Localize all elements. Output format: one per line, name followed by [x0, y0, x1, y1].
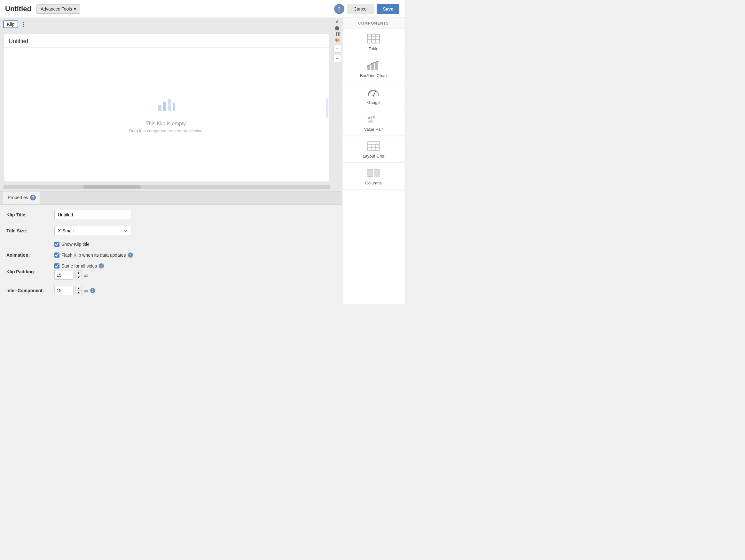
zoom-sidebar: A ⬤ ▐▐ 🎨 + − — [332, 18, 342, 191]
component-layout-grid-label: Layout Grid — [363, 154, 384, 159]
same-for-all-checkbox[interactable] — [54, 263, 60, 268]
svg-rect-10 — [371, 63, 374, 70]
component-bar-line-chart-label: Bar/Line Chart — [360, 73, 387, 78]
scrollbar-thumb[interactable] — [83, 186, 141, 189]
font-size-icon: A — [335, 19, 339, 24]
svg-rect-21 — [367, 169, 373, 176]
svg-text:ABC: ABC — [368, 120, 374, 123]
pie-icon: ⬤ — [334, 25, 340, 31]
klip-title-label: Klip Title: — [6, 212, 54, 217]
horizontal-scrollbar[interactable] — [3, 185, 331, 189]
canvas-area: Klip ⋮ A ⬤ ▐▐ 🎨 + − Untitled — [0, 18, 342, 191]
tab-help-icon[interactable]: ? — [30, 195, 36, 200]
klip-menu-icon[interactable]: ⋮ — [21, 21, 27, 28]
svg-line-13 — [374, 92, 376, 96]
klip-padding-label: Klip Padding: — [6, 269, 54, 274]
animation-label: Animation: — [6, 253, 54, 258]
padding-unit-label: px — [84, 273, 88, 278]
klip-preview-title: Untitled — [3, 34, 329, 47]
component-value-pair-label: Value Pair — [364, 127, 383, 132]
advanced-tools-label: Advanced Tools — [41, 6, 72, 11]
svg-rect-0 — [158, 105, 161, 111]
component-layout-grid[interactable]: Layout Grid — [343, 136, 404, 163]
inter-up-button[interactable]: ▲ — [76, 286, 82, 291]
columns-icon — [367, 167, 380, 179]
show-klip-title-row[interactable]: Show Klip title — [54, 242, 336, 247]
padding-value-input[interactable] — [54, 271, 73, 280]
component-gauge-label: Gauge — [367, 100, 380, 105]
table-icon — [367, 33, 380, 44]
flash-label: Flash Klip when its data updates — [61, 253, 126, 258]
klip-preview-body: This Klip is empty. Drag in a component … — [3, 47, 329, 182]
title-size-label: Title Size: — [6, 228, 54, 233]
inter-spinner[interactable]: ▲ ▼ — [75, 286, 82, 295]
klip-empty-sub: Drag in a component to start previewing! — [129, 129, 203, 133]
zoom-in-button[interactable]: + — [333, 45, 341, 53]
component-table-label: Table — [368, 46, 378, 51]
advanced-tools-button[interactable]: Advanced Tools ▾ — [36, 4, 80, 14]
same-for-all-label: Same for all sides — [61, 263, 97, 268]
inter-component-wrap: ▲ ▼ px ? — [54, 286, 336, 295]
properties-panel: Properties ? Klip Title: Title Size: X-S… — [0, 191, 342, 304]
inter-help-icon[interactable]: ? — [90, 288, 95, 293]
inter-unit-label: px — [84, 288, 88, 293]
layout-grid-icon — [367, 140, 380, 152]
padding-down-button[interactable]: ▼ — [76, 275, 82, 280]
header: Untitled Advanced Tools ▾ ? Cancel Save — [0, 0, 404, 18]
component-table[interactable]: Table — [343, 28, 404, 55]
animation-row: Flash Klip when its data updates ? — [54, 253, 336, 258]
chevron-down-icon: ▾ — [74, 6, 76, 11]
help-button[interactable]: ? — [334, 4, 344, 14]
right-panel: COMPONENTS Table — [342, 18, 404, 304]
padding-input-wrap: ▲ ▼ px — [54, 270, 336, 280]
svg-text:###: ### — [368, 116, 375, 120]
palette-icon: 🎨 — [334, 37, 341, 43]
title-size-select[interactable]: X-Small Small Medium Large — [54, 226, 131, 236]
zoom-out-button[interactable]: − — [333, 55, 341, 62]
properties-content: Klip Title: Title Size: X-Small Small Me… — [0, 204, 342, 300]
component-value-pair[interactable]: ### ABC Value Pair — [343, 109, 404, 136]
show-klip-title-label: Show Klip title — [61, 242, 90, 247]
padding-spinner[interactable]: ▲ ▼ — [75, 270, 82, 280]
bar-chart-icon: ▐▐ — [334, 32, 340, 36]
components-header: COMPONENTS — [343, 18, 404, 28]
center-panel: Klip ⋮ A ⬤ ▐▐ 🎨 + − Untitled — [0, 18, 342, 304]
cancel-button[interactable]: Cancel — [348, 4, 374, 14]
inter-component-input[interactable] — [54, 286, 73, 295]
gauge-icon — [367, 87, 380, 98]
svg-rect-11 — [375, 62, 378, 70]
component-columns-label: Columns — [365, 180, 382, 186]
klip-empty-title: This Klip is empty. — [146, 121, 187, 127]
component-gauge[interactable]: Gauge — [343, 82, 404, 109]
value-pair-icon: ### ABC — [367, 113, 380, 125]
app-title: Untitled — [5, 5, 31, 13]
tab-properties[interactable]: Properties ? — [3, 192, 40, 204]
empty-chart-icon — [157, 96, 176, 116]
padding-help-icon[interactable]: ? — [99, 263, 104, 268]
klip-bar: Klip ⋮ — [0, 18, 342, 31]
component-columns[interactable]: Columns — [343, 163, 404, 190]
main-layout: Klip ⋮ A ⬤ ▐▐ 🎨 + − Untitled — [0, 18, 404, 304]
svg-rect-2 — [168, 99, 171, 111]
svg-rect-4 — [367, 34, 380, 43]
svg-rect-1 — [163, 102, 166, 111]
header-left: Untitled Advanced Tools ▾ — [5, 4, 80, 14]
klip-label: Klip — [3, 21, 18, 28]
klip-padding-section: Same for all sides ? ▲ ▼ px — [54, 263, 336, 280]
inter-component-label: Inter-Component: — [6, 288, 54, 293]
animation-help-icon[interactable]: ? — [128, 253, 133, 258]
klip-title-input[interactable] — [54, 210, 131, 220]
svg-rect-22 — [374, 169, 380, 176]
svg-rect-16 — [367, 141, 380, 151]
padding-up-button[interactable]: ▲ — [76, 271, 82, 275]
inter-down-button[interactable]: ▼ — [76, 291, 82, 295]
component-bar-line-chart[interactable]: Bar/Line Chart — [343, 55, 404, 82]
svg-rect-3 — [173, 103, 175, 111]
tab-properties-label: Properties — [8, 195, 28, 200]
properties-tabs: Properties ? — [0, 192, 342, 204]
flash-animation-checkbox[interactable] — [54, 253, 60, 258]
show-klip-title-checkbox[interactable] — [54, 242, 60, 247]
header-right: ? Cancel Save — [334, 4, 399, 14]
save-button[interactable]: Save — [377, 4, 399, 14]
vertical-scrollbar[interactable] — [326, 98, 328, 118]
